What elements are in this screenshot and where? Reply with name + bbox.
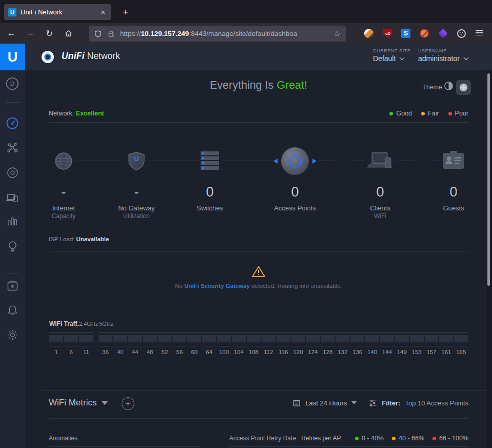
gateway-utilization-value: - <box>103 184 170 200</box>
forward-icon[interactable]: → <box>23 26 38 41</box>
channel-label: 149 <box>395 349 409 355</box>
gateway-label: No Gateway <box>101 204 172 212</box>
sidebar-item-clients[interactable] <box>3 188 22 207</box>
retry-legend-low: 0 - 40% <box>355 435 384 442</box>
internet-globe-icon <box>53 151 74 171</box>
channel-bar <box>454 335 468 342</box>
svg-text:D: D <box>10 81 14 87</box>
light-theme-icon[interactable] <box>444 81 454 91</box>
theme-label: Theme <box>422 84 442 91</box>
channel-bar <box>143 335 157 342</box>
cookie-blocker-extension-icon[interactable] <box>419 28 429 38</box>
channel-bar <box>365 335 379 342</box>
filter-sliders-icon[interactable] <box>368 399 377 407</box>
channel-bar <box>217 335 231 342</box>
username-label: USERNAME <box>418 48 469 53</box>
filter-value[interactable]: Top 10 Access Points <box>405 399 468 407</box>
good-dot-icon <box>355 437 359 440</box>
poor-dot-icon <box>432 437 436 440</box>
insecure-lock-icon[interactable] <box>107 30 115 38</box>
scrollbar-thumb[interactable] <box>487 73 490 286</box>
reload-icon[interactable]: ↻ <box>42 26 57 41</box>
browser-tab[interactable]: U UniFi Network × <box>4 4 111 20</box>
site-switcher-icon[interactable]: D <box>3 74 22 93</box>
caret-down-icon <box>102 401 108 405</box>
address-bar[interactable]: https://10.129.157.249:8443/manage/site/… <box>89 26 346 42</box>
tracking-shield-icon[interactable] <box>94 30 102 38</box>
clients-laptop-icon <box>366 151 395 171</box>
tab-close-icon[interactable]: × <box>99 8 107 16</box>
back-icon[interactable]: ← <box>4 26 19 41</box>
status-legend: Good Fair Poor <box>389 110 468 117</box>
sidebar-item-settings[interactable] <box>3 325 22 344</box>
channel-label: 140 <box>365 349 379 355</box>
channel-bar <box>262 335 275 342</box>
caret-down-icon[interactable] <box>351 401 357 404</box>
metrics-controls: Last 24 Hours Filter: Top 10 Access Poin… <box>292 399 468 407</box>
clients-label: Clients <box>344 204 416 212</box>
gateway-warning-text: No UniFi Security Gateway detected. Rout… <box>25 283 492 289</box>
sidebar-item-dashboard[interactable] <box>3 114 22 132</box>
network-status: Network: Excellent <box>49 110 104 117</box>
guests-count: 0 <box>420 184 487 200</box>
sidebar-item-alerts[interactable] <box>3 301 22 319</box>
clients-sublabel: WiFi <box>344 212 416 220</box>
channels-5ghz-labels: 3640444852566064100104108112116120124128… <box>99 349 468 355</box>
cookie-extension-icon[interactable] <box>456 28 466 38</box>
foxyproxy-extension-icon[interactable] <box>364 28 374 38</box>
channel-bar <box>395 335 409 342</box>
guests-label: Guests <box>418 204 489 212</box>
channel-label: 124 <box>306 349 320 355</box>
internet-capacity-value: - <box>30 184 97 200</box>
channel-label: 153 <box>410 349 424 355</box>
wifi-metrics-title[interactable]: WiFi Metrics <box>49 398 108 408</box>
current-site-value: Default <box>373 54 396 63</box>
current-site-selector[interactable]: CURRENT SITE Default <box>373 48 411 63</box>
s-extension-icon[interactable]: S <box>401 28 411 38</box>
channels-24ghz-labels: 1611 <box>49 349 93 355</box>
channel-label: 1 <box>49 349 63 355</box>
channel-bar <box>277 335 290 342</box>
app-sidebar: U D <box>0 44 25 448</box>
sidebar-item-events[interactable] <box>3 276 22 295</box>
connector-dotted-line <box>320 161 365 161</box>
channel-bar <box>187 335 201 342</box>
sidebar-item-topology[interactable] <box>3 139 22 157</box>
time-range-selector[interactable]: Last 24 Hours <box>305 399 347 407</box>
chevron-down-icon <box>399 57 405 61</box>
bookmark-star-icon[interactable]: ☆ <box>334 29 341 38</box>
new-tab-button[interactable]: + <box>119 5 133 20</box>
sidebar-item-insights[interactable] <box>3 237 22 255</box>
poor-dot-icon <box>448 112 452 115</box>
wappalyzer-extension-icon[interactable] <box>438 28 448 38</box>
channel-label: 120 <box>291 349 305 355</box>
sidebar-item-statistics[interactable] <box>3 212 22 230</box>
username-menu[interactable]: USERNAME administrator <box>418 48 469 63</box>
panel-divider <box>49 446 200 447</box>
channel-bar <box>113 335 127 342</box>
sidebar-item-devices[interactable] <box>3 163 22 182</box>
url-text[interactable]: https://10.129.157.249:8443/manage/site/… <box>120 30 331 37</box>
band-24ghz-label: 2.4GHz <box>79 321 98 327</box>
ublock-extension-icon[interactable]: uO <box>383 28 393 38</box>
channel-label: 100 <box>217 349 231 355</box>
access-point-device-icon <box>280 146 310 176</box>
channel-label: 52 <box>158 349 172 355</box>
username-value: administrator <box>418 54 460 63</box>
menu-icon[interactable] <box>476 30 483 35</box>
dark-theme-button[interactable] <box>456 80 471 95</box>
add-metric-button[interactable]: + <box>122 397 134 410</box>
retry-legend-mid: 40 - 66% <box>392 435 424 442</box>
channel-label: 56 <box>172 349 186 355</box>
browser-window: U UniFi Network × + ← → ↻ https://10.129… <box>0 0 492 448</box>
connector-line <box>75 161 125 161</box>
home-icon[interactable] <box>61 26 76 41</box>
panel-divider <box>229 446 468 447</box>
channel-rule <box>49 332 93 333</box>
usg-link[interactable]: UniFi Security Gateway <box>184 283 250 289</box>
channel-label: 144 <box>380 349 394 355</box>
guests-badge-icon <box>442 150 465 170</box>
legend-good: Good <box>389 110 412 117</box>
ubiquiti-logo[interactable]: U <box>0 44 25 70</box>
legend-poor: Poor <box>448 110 468 117</box>
